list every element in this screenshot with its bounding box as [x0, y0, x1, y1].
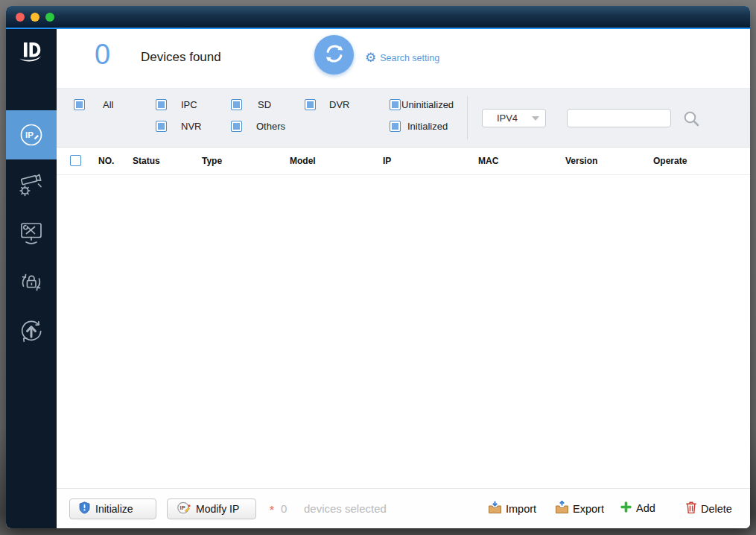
checkbox-initialized[interactable]: [390, 121, 401, 132]
modify-ip-icon: IP: [16, 120, 46, 150]
export-button[interactable]: Export: [555, 501, 604, 516]
column-version: Version: [565, 156, 597, 166]
checkbox-uninitialized[interactable]: [390, 99, 401, 110]
column-ip: IP: [383, 156, 391, 166]
maximize-button[interactable]: [45, 13, 54, 22]
checkbox-ipc[interactable]: [156, 99, 167, 110]
modify-ip-button[interactable]: IP Modify IP: [167, 498, 256, 519]
column-mac: MAC: [478, 156, 498, 166]
search-setting-label: Search setting: [380, 53, 439, 63]
initialize-label: Initialize: [95, 503, 133, 515]
filter-divider: [467, 96, 468, 139]
shield-icon: [79, 501, 90, 516]
sidebar: IP: [6, 29, 57, 528]
modify-ip-label: Modify IP: [196, 503, 239, 515]
refresh-button[interactable]: [314, 35, 354, 75]
table-header: NO. Status Type Model IP MAC Version Ope…: [57, 148, 750, 175]
column-model: Model: [290, 156, 316, 166]
import-icon: [488, 501, 502, 516]
add-label: Add: [636, 502, 655, 514]
brand-logo-icon: [14, 37, 48, 71]
select-all-checkbox[interactable]: [70, 155, 81, 166]
filter-bar: All IPC NVR SD Others DVR Uninitialized …: [57, 88, 750, 148]
checkbox-nvr-label: NVR: [181, 121, 201, 132]
column-no: NO.: [98, 156, 114, 166]
sidebar-nav: IP: [6, 110, 57, 356]
checkbox-initialized-label: Initialized: [407, 121, 448, 132]
checkbox-nvr[interactable]: [156, 121, 167, 132]
ip-version-select[interactable]: IPV4: [482, 109, 546, 127]
delete-label: Delete: [701, 503, 732, 515]
trash-icon: [685, 501, 697, 516]
minimize-button[interactable]: [31, 13, 39, 22]
system-settings-icon: [16, 219, 46, 247]
import-label: Import: [506, 503, 536, 515]
magnifier-icon: [682, 120, 702, 131]
app-window: IP: [6, 6, 750, 528]
sidebar-item-device-upgrade[interactable]: [6, 307, 57, 356]
gear-icon: ⚙: [365, 51, 376, 64]
required-marker: *: [270, 503, 274, 516]
checkbox-dvr[interactable]: [305, 99, 316, 110]
refresh-icon: [322, 41, 347, 69]
search-input[interactable]: [567, 109, 671, 127]
checkbox-all-label: All: [103, 99, 113, 110]
device-count-label: Devices found: [141, 50, 221, 65]
sidebar-item-password-reset[interactable]: [6, 258, 57, 307]
checkbox-all[interactable]: [74, 99, 85, 110]
search-button[interactable]: [682, 110, 702, 131]
device-config-icon: [16, 169, 47, 199]
sidebar-item-device-config[interactable]: [6, 159, 57, 209]
column-operate: Operate: [653, 156, 687, 166]
chevron-down-icon: [532, 116, 539, 121]
checkbox-others-label: Others: [256, 121, 285, 132]
password-reset-icon: [16, 268, 46, 297]
ip-version-value: IPV4: [483, 113, 532, 124]
checkbox-uninitialized-label: Uninitialized: [401, 99, 454, 110]
device-count: 0: [95, 39, 110, 71]
import-button[interactable]: Import: [488, 501, 536, 516]
sidebar-item-modify-ip[interactable]: IP: [6, 110, 57, 159]
export-label: Export: [573, 503, 604, 515]
initialize-button[interactable]: Initialize: [69, 498, 156, 519]
column-type: Type: [202, 156, 222, 166]
export-icon: [555, 501, 569, 516]
selected-count: 0: [281, 502, 287, 515]
checkbox-ipc-label: IPC: [181, 99, 197, 110]
checkbox-sd-label: SD: [258, 99, 271, 110]
column-status: Status: [133, 156, 160, 166]
title-bar: [6, 6, 750, 28]
checkbox-others[interactable]: [231, 121, 242, 132]
footer-bar: Initialize IP Modify IP * 0 dev: [57, 488, 750, 528]
svg-text:IP: IP: [180, 504, 185, 511]
checkbox-sd[interactable]: [231, 99, 242, 110]
top-bar: 0 Devices found ⚙ Search setting: [57, 29, 750, 88]
sidebar-item-system-settings[interactable]: [6, 209, 57, 258]
delete-button[interactable]: Delete: [685, 501, 732, 516]
ip-edit-icon: IP: [177, 501, 191, 517]
close-button[interactable]: [16, 13, 25, 22]
svg-text:IP: IP: [25, 130, 34, 139]
add-button[interactable]: Add: [620, 501, 655, 516]
device-table-body: [57, 175, 750, 488]
main-content: 0 Devices found ⚙ Search setting: [57, 29, 750, 528]
device-upgrade-icon: [16, 317, 46, 346]
plus-icon: [620, 501, 632, 516]
checkbox-dvr-label: DVR: [329, 99, 349, 110]
selected-count-label: devices selected: [304, 502, 387, 515]
search-setting-button[interactable]: ⚙ Search setting: [365, 51, 439, 64]
